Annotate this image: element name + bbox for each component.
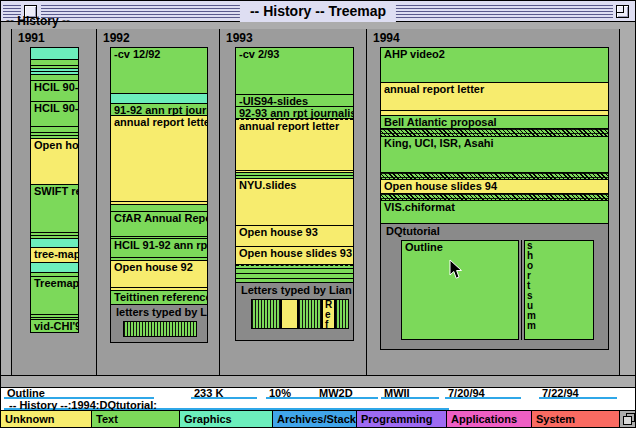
mouse-cursor xyxy=(449,259,463,280)
legend-item-system[interactable]: System xyxy=(531,411,619,428)
treemap-block[interactable]: Treemaps 3 xyxy=(31,277,78,315)
year-column-1991: 1991HCIL 90-91HCIL 90-91Open houseSWIFT … xyxy=(11,29,96,375)
category-legend: UnknownTextGraphicsArchives/StacksProgra… xyxy=(1,411,636,428)
block-label: HCIL 90-91 xyxy=(31,81,78,94)
treemap-block[interactable]: HCIL 90-91 xyxy=(31,81,78,102)
block-label: -cv 12/92 xyxy=(111,48,207,61)
block-label: Open house slides 94 xyxy=(381,180,608,193)
year-label: 1992 xyxy=(103,31,130,45)
block-label: AHP video2 xyxy=(381,48,608,61)
group-label: DQtutorial xyxy=(381,224,608,238)
treemap-block[interactable]: -cv 2/93 xyxy=(236,48,353,95)
legend-item-text[interactable]: Text xyxy=(91,411,179,428)
legend-item-unknown[interactable]: Unknown xyxy=(1,411,91,428)
group-content xyxy=(123,321,207,337)
status-field: MW2D xyxy=(316,388,378,399)
status-field: 7/22/94 xyxy=(539,388,617,399)
treemap-block[interactable] xyxy=(236,279,353,283)
status-field: Outline xyxy=(4,388,154,399)
treemap-block[interactable]: King, UCI, ISR, Asahi xyxy=(381,137,608,173)
block-label: HCIL 90-91 xyxy=(31,102,78,115)
treemap-block[interactable]: SWIFT revi xyxy=(31,185,78,233)
treemap-canvas: 1991HCIL 90-91HCIL 90-91Open houseSWIFT … xyxy=(1,29,636,375)
treemap-block[interactable]: -cv 12/92 xyxy=(111,48,207,94)
treemap-block[interactable]: HCIL 90-91 xyxy=(31,102,78,127)
treemap-block[interactable]: 91-92 ann rpt journa xyxy=(111,104,207,116)
file-stack: -cv 12/9291-92 ann rpt journaannual repo… xyxy=(110,47,208,343)
block-label: vid-CHI'91 xyxy=(31,320,78,333)
treemap-group[interactable]: DQtutorialOutlineshort summ xyxy=(381,224,608,350)
treemap-block[interactable]: Open house xyxy=(31,139,78,185)
treemap-block[interactable] xyxy=(335,299,349,329)
block-label: -UIS94-slides xyxy=(236,95,353,107)
legend-item-archives[interactable]: Archives/Stacks xyxy=(272,411,356,428)
treemap-group[interactable]: Letters typed by LianRef xyxy=(236,283,353,341)
year-label: 1993 xyxy=(226,31,253,45)
treemap-block[interactable] xyxy=(111,205,207,212)
legend-item-graphics[interactable]: Graphics xyxy=(179,411,272,428)
group-label: Letters typed by Lian xyxy=(236,283,353,297)
treemap-group[interactable]: letters typed by Lian xyxy=(111,305,207,343)
root-node-label: -- History -- xyxy=(6,14,70,28)
block-label: Open house 93 xyxy=(236,226,353,239)
treemap-block[interactable] xyxy=(31,239,78,248)
group-content: Ref xyxy=(251,299,353,329)
treemap-block[interactable]: vid-CHI'91 xyxy=(31,320,78,333)
legend-windows-button[interactable] xyxy=(619,411,636,428)
treemap-block[interactable] xyxy=(111,94,207,104)
treemap-block[interactable] xyxy=(251,299,281,329)
treemap-block[interactable]: Open house slides 94 xyxy=(381,180,608,194)
treemap-block[interactable]: -UIS94-slides xyxy=(236,95,353,107)
treemap-block[interactable] xyxy=(298,299,322,329)
treemap-block[interactable]: VIS.chiformat xyxy=(381,201,608,224)
zoom-box-patch xyxy=(613,3,633,20)
block-label: Outline xyxy=(402,241,518,254)
year-column-1994: 1994AHP video2annual report letterBell A… xyxy=(366,29,620,375)
block-label: Ref xyxy=(323,300,332,329)
block-label: 91-92 ann rpt journa xyxy=(111,104,207,116)
treemap-block[interactable] xyxy=(31,48,78,60)
file-stack: -cv 2/93-UIS94-slides92-93 ann rpt journ… xyxy=(235,47,354,341)
treemap-block[interactable]: annual report letter xyxy=(111,116,207,202)
treemap-block[interactable]: Bell Atlantic proposal xyxy=(381,116,608,129)
block-label: SWIFT revi xyxy=(31,185,78,198)
treemap-block[interactable]: annual report letter xyxy=(236,119,353,171)
treemap-block[interactable] xyxy=(123,321,197,337)
treemap-block[interactable]: CfAR Annual Report 9 xyxy=(111,212,207,237)
status-field: 233 K xyxy=(191,388,257,399)
treemap-block[interactable]: NYU.slides xyxy=(236,179,353,226)
block-label: Open house slides 93 xyxy=(236,247,353,260)
block-label: VIS.chiformat xyxy=(381,201,608,214)
treemap-block[interactable]: short summ xyxy=(524,240,594,340)
treemap-block[interactable] xyxy=(281,299,298,329)
legend-item-applications[interactable]: Applications xyxy=(446,411,531,428)
window-title: -- History -- Treemap xyxy=(240,1,396,22)
treemap-window: -- History -- Treemap -- History -- 1991… xyxy=(0,0,636,428)
year-label: 1994 xyxy=(373,31,400,45)
title-bar: -- History -- Treemap xyxy=(1,1,635,22)
treemap-block[interactable]: 92-93 ann rpt journalists xyxy=(236,107,353,119)
treemap-block[interactable] xyxy=(381,173,608,180)
treemap-block[interactable] xyxy=(381,194,608,201)
treemap-block[interactable]: AHP video2 xyxy=(381,48,608,83)
treemap-block[interactable]: Open house 92 xyxy=(111,261,207,288)
block-label: short summ xyxy=(525,241,534,331)
treemap-block[interactable]: Outline xyxy=(401,240,519,340)
treemap-block[interactable]: Ref xyxy=(322,299,335,329)
block-label: Open house 92 xyxy=(111,261,207,274)
treemap-block[interactable]: Teittinen reference xyxy=(111,291,207,305)
block-label: CfAR Annual Report 9 xyxy=(111,212,207,225)
block-label: Open house xyxy=(31,139,78,152)
block-label: Teittinen reference xyxy=(111,291,207,304)
treemap-block[interactable] xyxy=(381,129,608,137)
treemap-block[interactable]: Open house slides 93 xyxy=(236,247,353,265)
treemap-block[interactable]: Open house 93 xyxy=(236,226,353,247)
legend-item-programming[interactable]: Programming xyxy=(356,411,446,428)
year-label: 1991 xyxy=(18,31,45,45)
treemap-block[interactable] xyxy=(31,263,78,273)
block-label: annual report letter xyxy=(111,116,207,129)
treemap-block[interactable]: tree-map 1 xyxy=(31,248,78,263)
treemap-block[interactable]: HCIL 91-92 ann rpt le xyxy=(111,239,207,258)
treemap-block[interactable]: annual report letter xyxy=(381,83,608,111)
zoom-box[interactable] xyxy=(616,5,629,18)
